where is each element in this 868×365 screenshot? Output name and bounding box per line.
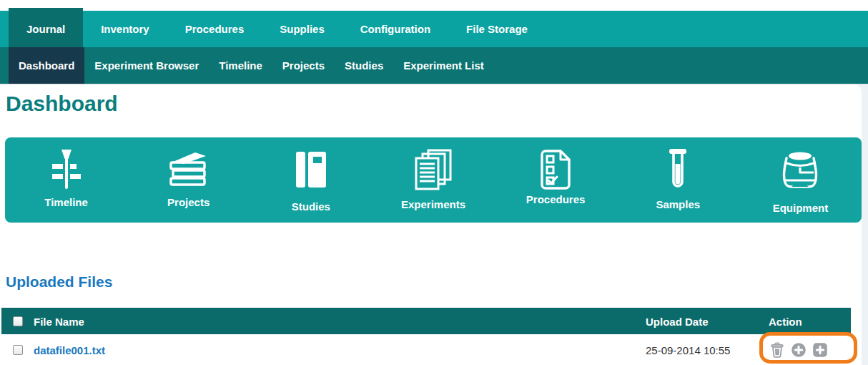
quick-link-experiments[interactable]: Experiments	[372, 137, 494, 223]
documents-stack-icon	[413, 146, 454, 193]
uploaded-files-heading: Uploaded Files	[6, 273, 112, 291]
quick-link-label: Equipment	[773, 202, 829, 214]
checklist-document-icon	[540, 146, 571, 193]
nav-configuration[interactable]: Configuration	[342, 11, 448, 47]
quick-link-label: Experiments	[401, 198, 465, 210]
test-tube-icon	[668, 146, 688, 193]
quick-link-label: Samples	[656, 198, 700, 210]
quick-link-label: Timeline	[44, 196, 88, 208]
subnav-studies[interactable]: Studies	[335, 47, 393, 84]
column-header-upload-date: Upload Date	[646, 315, 709, 327]
quick-link-label: Studies	[292, 200, 330, 213]
file-link[interactable]: datafile001.txt	[34, 344, 105, 356]
instrument-icon	[777, 146, 823, 193]
timeline-icon	[50, 146, 83, 193]
content-panel: Dashboard Timeline	[0, 84, 862, 365]
quick-link-label: Projects	[167, 196, 209, 208]
notebooks-icon	[295, 146, 327, 193]
quick-link-timeline[interactable]: Timeline	[5, 137, 127, 223]
nav-supplies[interactable]: Supplies	[262, 11, 342, 47]
subnav-dashboard[interactable]: Dashboard	[9, 47, 84, 84]
quick-link-equipment[interactable]: Equipment	[739, 137, 862, 223]
uploaded-files-table-header: File Name Upload Date Action	[1, 308, 851, 334]
quick-link-label: Procedures	[526, 193, 586, 205]
row-actions	[769, 342, 828, 358]
upload-date-value: 25-09-2014 10:55	[646, 344, 730, 356]
row-checkbox[interactable]	[13, 345, 23, 355]
quick-link-samples[interactable]: Samples	[617, 137, 739, 223]
nav-file-storage[interactable]: File Storage	[448, 11, 546, 47]
trash-icon[interactable]	[769, 342, 785, 358]
column-header-action: Action	[769, 315, 802, 327]
primary-nav: Journal Inventory Procedures Supplies Co…	[0, 11, 868, 47]
nav-procedures[interactable]: Procedures	[167, 11, 262, 47]
table-row: datafile001.txt 25-09-2014 10:55	[1, 334, 851, 365]
books-stack-icon	[167, 146, 211, 193]
subnav-timeline[interactable]: Timeline	[209, 47, 272, 84]
secondary-nav: Dashboard Experiment Browser Timeline Pr…	[0, 47, 868, 84]
subnav-projects[interactable]: Projects	[272, 47, 335, 84]
quick-link-procedures[interactable]: Procedures	[495, 137, 617, 223]
add-circle-icon[interactable]	[791, 342, 807, 358]
nav-inventory[interactable]: Inventory	[83, 11, 167, 47]
subnav-experiment-browser[interactable]: Experiment Browser	[84, 47, 209, 84]
page-title: Dashboard	[6, 92, 118, 116]
app-window: Journal Inventory Procedures Supplies Co…	[0, 0, 868, 365]
nav-journal[interactable]: Journal	[9, 8, 83, 47]
add-square-icon[interactable]	[812, 342, 828, 358]
quick-link-projects[interactable]: Projects	[127, 137, 250, 223]
select-all-checkbox[interactable]	[13, 316, 23, 326]
subnav-experiment-list[interactable]: Experiment List	[393, 47, 494, 84]
quick-link-studies[interactable]: Studies	[250, 137, 372, 223]
column-header-file-name: File Name	[34, 315, 84, 327]
quick-access-banner: Timeline Projects	[5, 137, 862, 223]
